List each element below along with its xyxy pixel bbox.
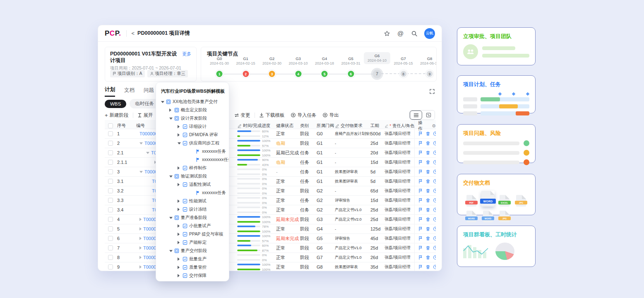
card-approval-team[interactable]: 立项审批、项目团队	[457, 27, 536, 65]
delete-action-icon[interactable]	[425, 150, 430, 155]
wbs-tree-item[interactable]: xxxxxxx任务	[156, 189, 229, 197]
history-action-icon[interactable]	[433, 188, 436, 193]
table-row[interactable]: 1T0000000160%12%正常阶段G0座椅产品开发计划报告500d张磊/项…	[105, 129, 436, 139]
history-action-icon[interactable]	[433, 141, 436, 146]
wbs-tree-item[interactable]: 交付保障	[156, 272, 229, 280]
card-kanban-hours[interactable]: 项目群看板、工时统计	[457, 226, 536, 267]
row-checkbox[interactable]	[108, 179, 113, 184]
subtab-wbs[interactable]: WBS	[105, 100, 126, 108]
tab-issues[interactable]: 问题	[144, 87, 154, 96]
delete-action-icon[interactable]	[425, 179, 430, 184]
change-button[interactable]: 变更	[234, 112, 250, 118]
row-checkbox[interactable]	[108, 236, 113, 241]
delete-action-icon[interactable]	[425, 226, 430, 231]
delete-action-icon[interactable]	[425, 236, 430, 241]
table-row[interactable]: 8T000000140%0%正常阶段G7产品定义书V1.026d张磊/项目经理	[105, 253, 436, 262]
file-word-icon[interactable]: WORD	[466, 211, 476, 222]
delete-action-icon[interactable]	[425, 160, 430, 165]
file-pdf-icon[interactable]: PDF	[466, 195, 476, 207]
row-checkbox[interactable]	[108, 245, 113, 250]
row-checkbox[interactable]	[108, 131, 113, 136]
download-template-button[interactable]: 下载模板	[259, 112, 285, 118]
flag-action-icon[interactable]	[418, 217, 423, 222]
tree-down-arrow-icon[interactable]	[169, 175, 173, 178]
milestone-dot[interactable]: 5	[322, 71, 328, 77]
wbs-tree-item[interactable]: 质量管控	[156, 263, 229, 272]
row-checkbox[interactable]	[108, 226, 113, 231]
row-checkbox[interactable]	[108, 141, 113, 146]
tree-right-arrow-icon[interactable]	[178, 183, 181, 186]
tree-right-arrow-icon[interactable]	[178, 208, 181, 211]
table-row[interactable]: 3.4T000000090%0%正常任务G2产品定义书V1.025d张磊/项目经…	[105, 205, 436, 215]
wbs-tree-item[interactable]: 量产准备阶段	[156, 214, 229, 222]
tree-down-arrow-icon[interactable]	[161, 101, 164, 103]
row-checkbox[interactable]	[108, 207, 113, 212]
file-word-icon[interactable]: WORD	[483, 211, 493, 222]
flag-action-icon[interactable]	[418, 188, 423, 193]
flag-action-icon[interactable]	[418, 169, 423, 174]
fullscreen-icon[interactable]	[429, 89, 435, 94]
subtab-temp-task[interactable]: 临时任务	[130, 99, 159, 108]
history-action-icon[interactable]	[433, 264, 436, 269]
history-action-icon[interactable]	[433, 179, 436, 184]
table-row[interactable]: 2.1T00000003100%100%延期已完成任务G1-20d张磊/项目经理	[105, 148, 436, 158]
tree-down-arrow-icon[interactable]	[169, 118, 173, 120]
history-action-icon[interactable]	[433, 169, 436, 174]
wbs-tree-item[interactable]: 验证测试阶段	[156, 172, 229, 180]
flag-action-icon[interactable]	[418, 160, 423, 165]
delete-action-icon[interactable]	[425, 141, 430, 146]
table-row[interactable]: 3.1T000000060%0%正常任务G1效果图评审表5d张磊/项目经理	[105, 177, 436, 186]
table-row[interactable]: 3T000000050%0%-任务G1效果图评审表5d张磊/项目经理	[105, 167, 436, 177]
wbs-tree-item[interactable]: 概念定义阶段	[156, 106, 229, 114]
milestone-dot[interactable]: 4	[295, 71, 301, 77]
delete-action-icon[interactable]	[425, 207, 430, 212]
flag-action-icon[interactable]	[418, 236, 423, 241]
pcp-logo[interactable]: PCP.	[105, 29, 121, 38]
tree-toggle-icon[interactable]	[139, 246, 142, 250]
select-all-checkbox[interactable]	[108, 123, 113, 128]
milestone-G8[interactable]: G82024-06-309	[414, 56, 437, 65]
milestone-dot[interactable]: 6	[348, 71, 354, 77]
delete-action-icon[interactable]	[425, 217, 430, 222]
flag-action-icon[interactable]	[418, 198, 423, 203]
list-view-button[interactable]	[410, 111, 422, 120]
flag-action-icon[interactable]	[418, 179, 423, 184]
flag-action-icon[interactable]	[418, 255, 423, 260]
expand-button[interactable]: 展开	[137, 112, 153, 118]
history-action-icon[interactable]	[433, 255, 436, 260]
back-arrow-icon[interactable]: <	[132, 30, 135, 36]
flag-action-icon[interactable]	[418, 131, 423, 136]
file-excel-icon[interactable]: EXCEL	[500, 195, 509, 207]
delete-action-icon[interactable]	[425, 169, 430, 174]
new-stage-button[interactable]: + 新建阶段	[105, 112, 129, 118]
tree-toggle-icon[interactable]	[139, 227, 142, 231]
wbs-tree-item[interactable]: 批量生产	[156, 255, 229, 263]
tree-right-arrow-icon[interactable]	[178, 133, 181, 137]
tree-right-arrow-icon[interactable]	[178, 199, 181, 203]
wbs-tree-item[interactable]: 性能测试	[156, 197, 229, 205]
tree-toggle-icon[interactable]	[139, 171, 143, 173]
table-row[interactable]: 3.3T000000080%0%正常任务G2评审报告15d张磊/项目经理	[105, 196, 436, 205]
history-action-icon[interactable]	[433, 245, 436, 250]
row-checkbox[interactable]	[108, 217, 113, 222]
wbs-tree-item[interactable]: 量产交付阶段	[156, 247, 229, 255]
milestone-dot[interactable]: 9	[427, 71, 433, 77]
file-jpg-icon[interactable]: JPG	[516, 195, 526, 207]
history-action-icon[interactable]	[433, 198, 436, 203]
wbs-tree-item[interactable]: 设计开发阶段	[156, 114, 229, 123]
file-jpg-icon[interactable]: JPG	[500, 211, 509, 222]
table-row[interactable]: 6T00000012100%57%延期未完成阶段G5评审报告45d张磊/项目经理	[105, 234, 436, 243]
tree-right-arrow-icon[interactable]	[178, 233, 181, 236]
delete-action-icon[interactable]	[425, 198, 430, 203]
tree-right-arrow-icon[interactable]	[178, 257, 181, 261]
flag-action-icon[interactable]	[418, 150, 423, 155]
delete-action-icon[interactable]	[425, 131, 430, 136]
tree-right-arrow-icon[interactable]	[169, 108, 173, 112]
wbs-tree-item[interactable]: 产能标定	[156, 238, 229, 247]
tree-toggle-icon[interactable]	[139, 142, 143, 144]
milestone-dot[interactable]: 2	[243, 71, 249, 77]
table-row[interactable]: 7T0000001360%87%正常阶段G6产品定义书V1.025d张磊/项目经…	[105, 243, 436, 253]
delete-action-icon[interactable]	[425, 255, 430, 260]
wbs-tree-item[interactable]: 小批量试产	[156, 222, 229, 230]
tree-down-arrow-icon[interactable]	[169, 250, 173, 252]
